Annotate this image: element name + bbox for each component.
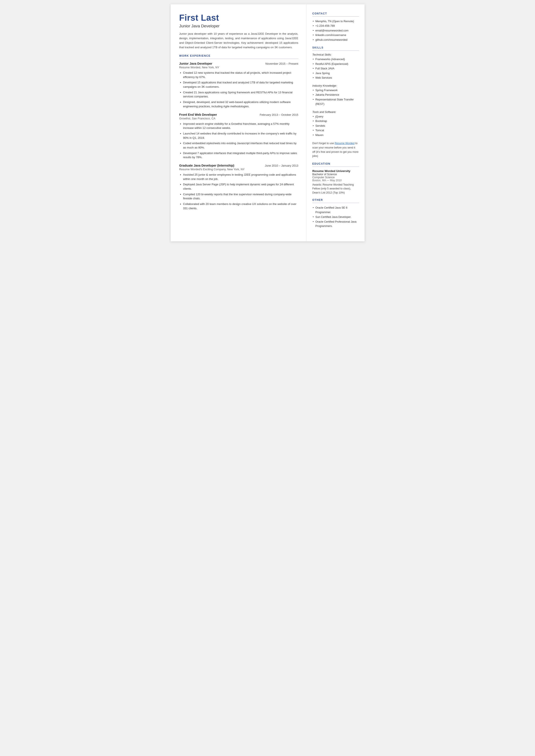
work-experience-divider: [179, 59, 298, 59]
resume-page: First Last Junior Java Developer Junior …: [171, 4, 365, 241]
bullet-3-4: Collaborated with 20 team members to des…: [179, 202, 298, 210]
tools-list: jQuery Bootstrap Servlets Tomcat Maven: [312, 114, 359, 137]
candidate-name: First Last: [179, 13, 298, 22]
contact-section-title: CONTACT: [312, 12, 359, 15]
bullet-3-2: Deployed Java Server Page (JSP) to help …: [179, 182, 298, 191]
bullet-1-3: Created 21 Java applications using Sprin…: [179, 90, 298, 99]
job-dates-3: June 2010 – January 2013: [265, 164, 298, 167]
skills-divider: [312, 50, 359, 51]
tech-skill-1: Restful APIS (Experienced): [312, 62, 359, 66]
work-experience-section-title: WORK EXPERIENCE: [179, 54, 298, 57]
tool-2: Servlets: [312, 124, 359, 128]
bullet-2-1: Improved search engine visibility for a …: [179, 122, 298, 130]
other-item-0: Oracle Certified Java SE 6 Programmer.: [312, 206, 359, 214]
tool-3: Tomcat: [312, 128, 359, 133]
industry-skills-list: Spring Framework Jakarta Persistence Rep…: [312, 88, 359, 107]
job-company-3: Resume Worded's Exciting Company, New Yo…: [179, 168, 298, 171]
tech-skill-0: Frameworks (Advanced): [312, 57, 359, 62]
left-column: First Last Junior Java Developer Junior …: [171, 4, 306, 241]
job-header-1: Junior Java Developer November 2015 – Pr…: [179, 62, 298, 65]
bullet-2-3: Coded embedded stylesheets into existing…: [179, 141, 298, 150]
job-block-3: Graduate Java Developer (Internship) Jun…: [179, 164, 298, 210]
bullet-2-2: Launched 14 websites that directly contr…: [179, 131, 298, 140]
right-column: CONTACT Memphis, TN (Open to Remote) +1-…: [306, 4, 365, 241]
contact-item-3: linkedin.com/in/username: [312, 33, 359, 38]
job-bullets-2: Improved search engine visibility for a …: [179, 122, 298, 160]
tech-skill-3: Java Spring: [312, 71, 359, 76]
job-title-2: Front End Web Developer: [179, 113, 217, 116]
technical-skills-list: Frameworks (Advanced) Restful APIS (Expe…: [312, 57, 359, 80]
edu-field: Computer Science: [312, 176, 359, 179]
promo-text-before: Don't forget to use: [312, 142, 335, 145]
other-item-1: Sun Certified Java Developer.: [312, 215, 359, 219]
bullet-2-4: Developed 7 application interfaces that …: [179, 151, 298, 159]
edu-awards: Awards: Resume Worded Teaching Fellow (o…: [312, 183, 359, 195]
edu-location: Boston, MA — May 2010: [312, 179, 359, 182]
contact-item-4: github.com/resumeworded: [312, 38, 359, 42]
contact-list: Memphis, TN (Open to Remote) +1-234-456-…: [312, 19, 359, 42]
job-bullets-3: Assisted 25 junior & senior employees in…: [179, 173, 298, 210]
industry-skill-1: Jakarta Persistence: [312, 93, 359, 97]
contact-item-2: email@resumeworded.com: [312, 28, 359, 33]
education-block: Resume Worded University Bachelor of Sci…: [312, 169, 359, 195]
tools-software-label: Tools and Software:: [312, 111, 359, 114]
job-dates-1: November 2015 – Present: [265, 62, 298, 65]
industry-skill-2: Representational State Transfer (REST): [312, 98, 359, 107]
job-header-3: Graduate Java Developer (Internship) Jun…: [179, 164, 298, 167]
skills-section-title: SKILLS: [312, 46, 359, 49]
bullet-1-2: Developed 15 applications that tracked a…: [179, 80, 298, 89]
job-dates-2: February 2013 – October 2015: [260, 113, 298, 116]
bullet-3-3: Compiled 120 bi-weekly reports that the …: [179, 192, 298, 201]
job-block-1: Junior Java Developer November 2015 – Pr…: [179, 62, 298, 109]
job-company-2: Growthsi, San Francisco, CA: [179, 117, 298, 120]
promo-paragraph: Don't forget to use Resume Worded to sca…: [312, 141, 359, 158]
edu-school: Resume Worded University: [312, 169, 359, 173]
technical-skills-label: Technical Skills:: [312, 53, 359, 56]
bullet-3-1: Assisted 25 junior & senior employees in…: [179, 173, 298, 181]
candidate-title: Junior Java Developer: [179, 24, 298, 28]
tech-skill-2: Full Stack JAVA: [312, 66, 359, 71]
tech-skill-4: Web Services: [312, 76, 359, 80]
job-title-3: Graduate Java Developer (Internship): [179, 164, 235, 167]
job-bullets-1: Created 12 new systems that tracked the …: [179, 71, 298, 109]
contact-item-1: +1-234-456-789: [312, 24, 359, 28]
tool-1: Bootstrap: [312, 119, 359, 124]
contact-item-0: Memphis, TN (Open to Remote): [312, 19, 359, 24]
job-header-2: Front End Web Developer February 2013 – …: [179, 113, 298, 116]
industry-knowledge-label: Industry Knowledge:: [312, 84, 359, 87]
promo-link[interactable]: Resume Worded: [335, 142, 354, 145]
bullet-1-1: Created 12 new systems that tracked the …: [179, 71, 298, 79]
tool-0: jQuery: [312, 114, 359, 119]
job-block-2: Front End Web Developer February 2013 – …: [179, 113, 298, 160]
industry-skill-0: Spring Framework: [312, 88, 359, 93]
tool-4: Maven: [312, 133, 359, 137]
summary-text: Junior java developer with 10 years of e…: [179, 32, 298, 49]
education-section-title: EDUCATION: [312, 162, 359, 165]
other-item-2: Oracle Certified Professional Java Progr…: [312, 220, 359, 228]
bullet-1-4: Designed, developed, and tested 32 web-b…: [179, 100, 298, 108]
edu-degree: Bachelor of Science: [312, 173, 359, 176]
other-section-title: OTHER: [312, 199, 359, 202]
other-list: Oracle Certified Java SE 6 Programmer. S…: [312, 206, 359, 228]
job-company-1: Resume Worded, New York, NY: [179, 66, 298, 69]
job-title-1: Junior Java Developer: [179, 62, 212, 65]
